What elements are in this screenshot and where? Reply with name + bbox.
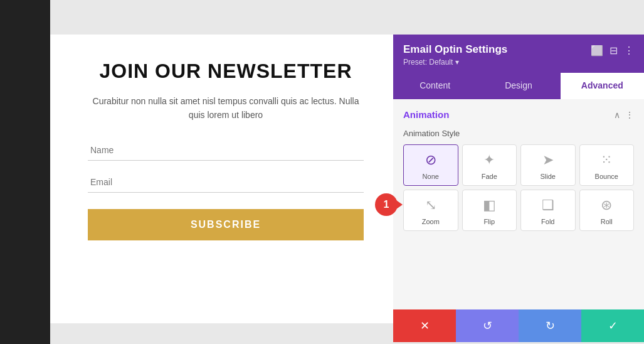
cancel-icon: ✕ <box>420 319 430 333</box>
undo-button[interactable]: ↺ <box>456 309 519 342</box>
email-input[interactable] <box>88 172 364 193</box>
section-more-icon[interactable]: ⋮ <box>625 110 634 120</box>
anim-option-bounce[interactable]: ⁙ Bounce <box>579 144 635 186</box>
fold-icon: ❑ <box>542 196 554 214</box>
animation-grid: ⊘ None ✦ Fade ➤ Slide ⁙ Bounce ⤡ Zoom <box>403 144 634 231</box>
subscribe-button[interactable]: SUBSCRIBE <box>88 209 364 240</box>
fade-icon: ✦ <box>483 151 495 169</box>
slide-label: Slide <box>541 173 556 180</box>
animation-section-header: Animation ∧ ⋮ <box>403 109 634 120</box>
slide-icon: ➤ <box>542 151 554 169</box>
none-icon: ⊘ <box>425 151 436 169</box>
tab-advanced[interactable]: Advanced <box>561 73 644 99</box>
bounce-icon: ⁙ <box>601 151 612 169</box>
section-controls: ∧ ⋮ <box>614 110 634 120</box>
panel-header: Email Optin Settings Preset: Default ▾ ⬜… <box>393 35 644 73</box>
tab-content[interactable]: Content <box>393 73 477 99</box>
anim-option-zoom[interactable]: ⤡ Zoom <box>403 190 458 231</box>
confirm-button[interactable]: ✓ <box>581 309 644 342</box>
newsletter-card: JOIN OUR NEWSLETTER Curabitur non nulla … <box>50 35 401 323</box>
panel-body: Animation ∧ ⋮ Animation Style ⊘ None ✦ F… <box>393 99 644 309</box>
newsletter-title: JOIN OUR NEWSLETTER <box>99 60 352 83</box>
anim-option-flip[interactable]: ◧ Flip <box>462 190 517 231</box>
confirm-icon: ✓ <box>608 319 618 333</box>
zoom-icon: ⤡ <box>425 196 436 214</box>
columns-icon[interactable]: ⊟ <box>610 45 618 56</box>
cancel-button[interactable]: ✕ <box>393 309 456 342</box>
anim-option-roll[interactable]: ⊛ Roll <box>579 190 635 231</box>
panel-tabs: Content Design Advanced <box>393 73 644 99</box>
panel-title: Email Optin Settings <box>403 43 507 56</box>
redo-icon: ↻ <box>546 319 555 333</box>
roll-icon: ⊛ <box>601 196 612 214</box>
zoom-label: Zoom <box>422 218 440 225</box>
expand-icon[interactable]: ⬜ <box>591 45 603 56</box>
newsletter-description: Curabitur non nulla sit amet nisl tempus… <box>88 94 364 122</box>
animation-style-label: Animation Style <box>403 129 634 138</box>
preset-label: Preset: Default <box>403 58 453 67</box>
panel-preset[interactable]: Preset: Default ▾ <box>403 58 507 67</box>
panel-footer: ✕ ↺ ↻ ✓ <box>393 309 644 342</box>
flip-label: Flip <box>483 218 495 225</box>
panel-title-area: Email Optin Settings Preset: Default ▾ <box>403 43 507 67</box>
fade-label: Fade <box>482 173 497 180</box>
step-number: 1 <box>384 199 389 210</box>
roll-label: Roll <box>601 218 613 225</box>
flip-icon: ◧ <box>483 196 496 214</box>
more-icon[interactable]: ⋮ <box>624 45 634 56</box>
tab-design[interactable]: Design <box>477 73 560 99</box>
anim-option-fold[interactable]: ❑ Fold <box>520 190 576 231</box>
bounce-label: Bounce <box>595 173 618 180</box>
name-input[interactable] <box>88 140 364 161</box>
collapse-icon[interactable]: ∧ <box>614 110 620 120</box>
panel-header-icons: ⬜ ⊟ ⋮ <box>591 45 634 56</box>
redo-button[interactable]: ↻ <box>519 309 581 342</box>
none-label: None <box>423 173 439 180</box>
anim-option-none[interactable]: ⊘ None <box>403 144 458 186</box>
sidebar-strip <box>0 0 50 344</box>
anim-option-slide[interactable]: ➤ Slide <box>520 144 576 186</box>
step-badge: 1 <box>375 193 398 216</box>
animation-section-title: Animation <box>403 109 449 120</box>
preset-arrow-icon: ▾ <box>455 58 459 67</box>
anim-option-fade[interactable]: ✦ Fade <box>462 144 517 186</box>
fold-label: Fold <box>541 218 554 225</box>
settings-panel: Email Optin Settings Preset: Default ▾ ⬜… <box>393 35 644 342</box>
undo-icon: ↺ <box>483 319 492 333</box>
